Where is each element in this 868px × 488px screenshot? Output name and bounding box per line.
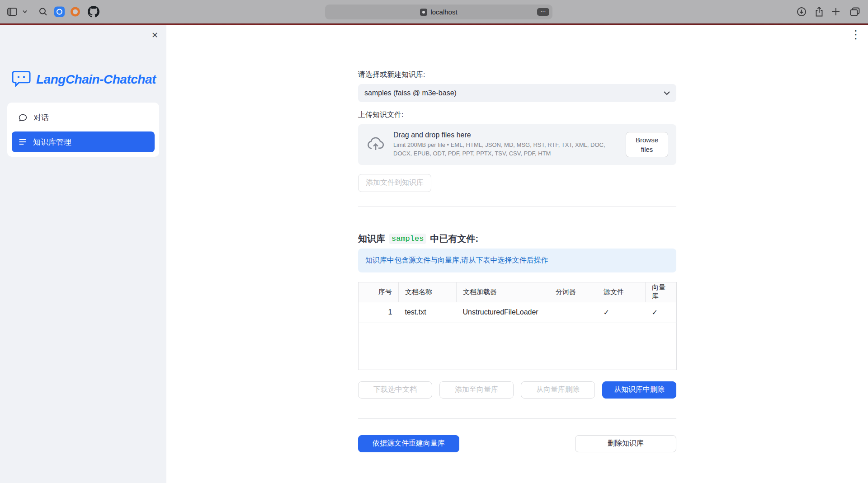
cell-vector-check[interactable]: ✓ — [646, 302, 677, 323]
table-row[interactable]: 1 test.txt UnstructuredFileLoader ✓ ✓ — [359, 302, 677, 323]
github-extension-icon[interactable] — [88, 6, 99, 18]
browser-toolbar: localhost ⋯ — [0, 0, 868, 23]
main-content: 请选择或新建知识库: samples (faiss @ m3e-base) 上传… — [358, 25, 676, 452]
site-favicon — [420, 9, 427, 16]
table-header-row: 序号 文档名称 文档加载器 分词器 源文件 向量库 — [359, 282, 677, 302]
sidebar-close-button[interactable]: ✕ — [151, 31, 158, 39]
cell-index[interactable]: 1 — [359, 302, 399, 323]
main-area: ⋮ 请选择或新建知识库: samples (faiss @ m3e-base) … — [166, 25, 868, 488]
share-icon[interactable] — [815, 7, 823, 17]
add-to-vectorstore-button[interactable]: 添加至向量库 — [439, 381, 514, 399]
divider — [358, 418, 676, 419]
kb-select-label: 请选择或新建知识库: — [358, 70, 676, 80]
table-header-cell[interactable]: 文档加载器 — [457, 282, 549, 302]
dropzone-limit: Limit 200MB per file • EML, HTML, JSON, … — [393, 141, 618, 158]
cell-splitter[interactable] — [549, 302, 597, 323]
kb-heading-prefix: 知识库 — [358, 233, 385, 245]
info-banner: 知识库中包含源文件与向量库,请从下表中选择文件后操作 — [358, 249, 676, 272]
dropzone-title: Drag and drop files here — [393, 131, 618, 139]
table-header-cell[interactable]: 源文件 — [597, 282, 646, 302]
sidebar-item-dialogue[interactable]: 对话 — [12, 107, 155, 128]
address-bar[interactable]: localhost ⋯ — [325, 5, 552, 19]
app-logo-icon — [12, 70, 31, 89]
add-files-button[interactable]: 添加文件到知识库 — [358, 174, 431, 192]
sidebar-toggle-icon[interactable] — [7, 8, 17, 16]
app-logo-text: LangChain-Chatchat — [36, 72, 156, 87]
cell-doc-name[interactable]: test.txt — [399, 302, 457, 323]
cell-loader[interactable]: UnstructuredFileLoader — [457, 302, 549, 323]
delete-from-vectorstore-button[interactable]: 从向量库删除 — [521, 381, 595, 399]
files-table: 序号 文档名称 文档加载器 分词器 源文件 向量库 1 test.txt Uns… — [358, 282, 677, 370]
extensions-menu-icon[interactable]: ⋯ — [537, 8, 549, 16]
sidebar-item-kb-management[interactable]: 知识库管理 — [12, 131, 155, 152]
browser-extension-icon-blue[interactable] — [54, 6, 65, 17]
table-header-cell[interactable]: 向量库 — [646, 282, 677, 302]
main-menu-button[interactable]: ⋮ — [850, 28, 862, 40]
sidebar: ✕ LangChain-Chatchat 对话 — [0, 25, 166, 483]
downloads-icon[interactable] — [797, 7, 807, 17]
kb-action-buttons: 依据源文件重建向量库 删除知识库 — [358, 435, 676, 452]
upload-label: 上传知识文件: — [358, 110, 676, 120]
download-selected-button[interactable]: 下载选中文档 — [358, 381, 432, 399]
chevron-down-icon — [664, 89, 670, 97]
divider — [358, 206, 676, 206]
kb-list-icon — [18, 137, 27, 146]
search-icon[interactable] — [39, 7, 47, 16]
kb-select[interactable]: samples (faiss @ m3e-base) — [358, 84, 676, 102]
browse-files-button[interactable]: Browse files — [626, 132, 668, 157]
browser-extension-icon-orange[interactable] — [71, 7, 80, 16]
file-action-buttons: 下载选中文档 添加至向量库 从向量库删除 从知识库中删除 — [358, 381, 676, 399]
kb-heading-suffix: 中已有文件: — [430, 233, 478, 245]
delete-from-kb-button[interactable]: 从知识库中删除 — [602, 381, 676, 399]
kb-select-value: samples (faiss @ m3e-base) — [364, 89, 457, 97]
sidebar-item-label: 知识库管理 — [33, 137, 71, 147]
rebuild-vectorstore-button[interactable]: 依据源文件重建向量库 — [358, 435, 459, 452]
kb-files-heading: 知识库 samples 中已有文件: — [358, 233, 676, 245]
new-tab-icon[interactable] — [832, 8, 840, 16]
kb-name-code: samples — [389, 234, 426, 244]
chat-icon — [18, 113, 28, 122]
sidebar-item-label: 对话 — [33, 113, 49, 123]
address-text: localhost — [430, 8, 457, 16]
cell-source-check[interactable]: ✓ — [597, 302, 646, 323]
chevron-down-icon[interactable] — [23, 10, 27, 13]
table-header-cell[interactable]: 序号 — [359, 282, 399, 302]
app-logo: LangChain-Chatchat — [12, 70, 156, 89]
table-header-cell[interactable]: 文档名称 — [399, 282, 457, 302]
tab-overview-icon[interactable] — [850, 7, 860, 16]
cloud-upload-icon — [366, 134, 385, 155]
file-dropzone[interactable]: Drag and drop files here Limit 200MB per… — [358, 124, 676, 165]
delete-kb-button[interactable]: 删除知识库 — [575, 435, 676, 452]
sidebar-menu: 对话 知识库管理 — [7, 103, 159, 157]
table-empty-area — [359, 323, 677, 370]
dropzone-text: Drag and drop files here Limit 200MB per… — [393, 131, 618, 158]
table-header-cell[interactable]: 分词器 — [549, 282, 597, 302]
